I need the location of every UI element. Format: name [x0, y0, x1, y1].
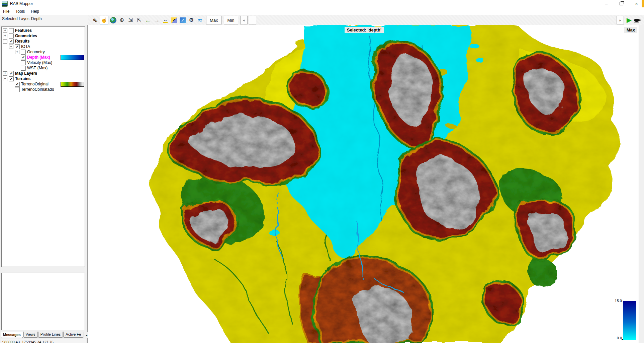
- water-surface-button[interactable]: ≈: [196, 16, 204, 24]
- expand-toggle[interactable]: +: [3, 34, 7, 38]
- profile-max-chip: Max: [624, 27, 637, 33]
- tree-item-velocity-max[interactable]: Velocity (Max): [2, 60, 85, 65]
- tree-item-label: IOTA: [21, 44, 30, 49]
- tree-item-label: Features: [15, 28, 32, 33]
- menu-tools[interactable]: Tools: [12, 8, 28, 15]
- tree-item-label: Velocity (Max): [27, 60, 52, 65]
- checkbox[interactable]: [21, 60, 26, 65]
- checkbox[interactable]: ✓: [9, 76, 14, 81]
- tree-item-terrains[interactable]: − ✓ Terrains: [2, 76, 85, 81]
- menu-help[interactable]: Help: [28, 8, 42, 15]
- minimize-button[interactable]: –: [599, 0, 614, 7]
- map-view[interactable]: Selected: 'depth' Max 15.0 0.0: [88, 25, 644, 343]
- checkbox[interactable]: [9, 33, 14, 39]
- depth-legend-swatch: [61, 55, 84, 60]
- zoom-extents-icon: ⇱: [137, 17, 141, 23]
- zoom-in-button[interactable]: ⊕: [118, 16, 126, 24]
- expand-toggle[interactable]: −: [3, 77, 7, 81]
- expand-toggle[interactable]: +: [15, 50, 19, 54]
- layer-panel: + Features + Geometries − ✓ Results − ✓: [0, 25, 88, 343]
- zoom-window-icon: ⇲: [128, 17, 132, 23]
- tab-messages[interactable]: Messages: [1, 332, 23, 338]
- measure-tool-icon: ↔: [163, 17, 168, 23]
- expand-toggle[interactable]: −: [3, 39, 7, 44]
- select-pointer-icon: ⇖: [93, 17, 97, 23]
- previous-view-button[interactable]: ←: [144, 16, 152, 24]
- checkbox[interactable]: ✓: [9, 39, 14, 44]
- tree-item-results[interactable]: − ✓ Results: [2, 39, 85, 44]
- checkbox[interactable]: ✓: [15, 44, 20, 49]
- tree-item-depth-max[interactable]: ✓ Depth (Max): [2, 55, 85, 60]
- checkbox[interactable]: ✓: [9, 71, 14, 76]
- expand-toggle[interactable]: +: [3, 71, 7, 76]
- tree-item-label: Depth (Max): [27, 55, 50, 60]
- map-right-gutter: [639, 25, 644, 343]
- pan-hand-icon: ☝: [101, 17, 107, 23]
- checkbox[interactable]: ✓: [15, 82, 20, 87]
- toolbar: ⇖ ☝ ⊕ ⇲ ⇱ ← → ↔ ↗ ∕∕ ⚙ ≈ Max Min ◂ ▸ ▶: [88, 15, 644, 25]
- tree-item-label: Geometry: [27, 49, 45, 55]
- tab-views[interactable]: Views: [23, 332, 38, 338]
- zoom-globe-button[interactable]: [109, 16, 117, 24]
- restore-icon: [620, 2, 623, 5]
- edit-tools-button[interactable]: ⚙: [187, 16, 195, 24]
- max-button[interactable]: Max: [206, 16, 222, 24]
- animation-next-button[interactable]: ▸: [617, 16, 624, 24]
- tree-item-wse-max[interactable]: WSE (Max): [2, 65, 85, 71]
- previous-view-icon: ←: [145, 17, 151, 23]
- main-area: + Features + Geometries − ✓ Results − ✓: [0, 25, 644, 343]
- checkbox[interactable]: [15, 87, 20, 92]
- zoom-window-button[interactable]: ⇲: [126, 16, 134, 24]
- tree-item-geometry[interactable]: + Geometry: [2, 49, 85, 55]
- menu-file[interactable]: File: [0, 8, 12, 15]
- status-bar: 986000.43, 1759945.34 127.76: [1, 339, 86, 343]
- tree-item-iota[interactable]: − ✓ IOTA: [2, 44, 85, 49]
- zoom-extents-button[interactable]: ⇱: [135, 16, 143, 24]
- messages-panel: [1, 273, 85, 330]
- expand-toggle[interactable]: +: [3, 28, 7, 33]
- selected-layer-label: Selected Layer: Depth: [0, 15, 88, 25]
- water-surface-icon: ≈: [198, 17, 202, 23]
- edit-tools-icon: ⚙: [189, 17, 194, 23]
- tree-item-label: Results: [15, 39, 29, 44]
- checkbox[interactable]: [9, 28, 14, 33]
- tree-item-features[interactable]: + Features: [2, 28, 85, 33]
- checkbox[interactable]: [21, 66, 26, 71]
- terrain-map: [88, 25, 644, 343]
- layer-tree: + Features + Geometries − ✓ Results − ✓: [1, 26, 85, 267]
- titlebar: RAS Mapper – ×: [0, 0, 644, 7]
- animation-prev-button[interactable]: ◂: [240, 16, 248, 24]
- tree-item-terreno-colmatado[interactable]: TerrenoColmatado: [2, 87, 85, 92]
- turtle-speed-icon[interactable]: [634, 19, 639, 22]
- checkbox[interactable]: [21, 50, 26, 55]
- restore-button[interactable]: [614, 0, 629, 7]
- tab-active-features[interactable]: Active Fe: [63, 332, 83, 338]
- selected-layer-chip: Selected: 'depth': [345, 27, 384, 33]
- tree-item-map-layers[interactable]: + ✓ Map Layers: [2, 71, 85, 76]
- next-view-button[interactable]: →: [153, 16, 161, 24]
- profile-plot-icon: ↗: [171, 17, 177, 23]
- zoom-in-icon: ⊕: [119, 17, 124, 23]
- ras-mapper-window: RAS Mapper – × File Tools Help Selected …: [0, 0, 644, 343]
- legend-max-label: 15.0: [615, 299, 622, 303]
- tree-item-terreno-original[interactable]: ✓ TerrenoOriginal: [2, 81, 85, 87]
- tab-profile-lines[interactable]: Profile Lines: [38, 332, 63, 338]
- terrain-legend-swatch: [61, 82, 84, 87]
- min-button[interactable]: Min: [224, 16, 238, 24]
- subbar: Selected Layer: Depth ⇖ ☝ ⊕ ⇲ ⇱ ← → ↔ ↗ …: [0, 15, 644, 25]
- window-title: RAS Mapper: [10, 1, 33, 6]
- animation-slider-thumb[interactable]: [249, 16, 256, 24]
- legend-color-bar: [623, 301, 636, 340]
- tree-item-label: TerrenoColmatado: [21, 87, 54, 92]
- checkbox[interactable]: ✓: [21, 55, 26, 60]
- select-pointer-button[interactable]: ⇖: [91, 16, 99, 24]
- expand-toggle[interactable]: −: [9, 45, 13, 49]
- tree-item-geometries[interactable]: + Geometries: [2, 33, 85, 39]
- tree-item-label: WSE (Max): [27, 65, 48, 71]
- tree-item-label: TerrenoOriginal: [21, 81, 49, 87]
- profile-plot-button[interactable]: ↗: [170, 16, 178, 24]
- play-animation-button[interactable]: ▶: [627, 16, 631, 24]
- pan-hand-button[interactable]: ☝: [100, 16, 108, 24]
- measure-tool-button[interactable]: ↔: [161, 16, 169, 24]
- mesh-layers-button[interactable]: ∕∕: [179, 16, 187, 24]
